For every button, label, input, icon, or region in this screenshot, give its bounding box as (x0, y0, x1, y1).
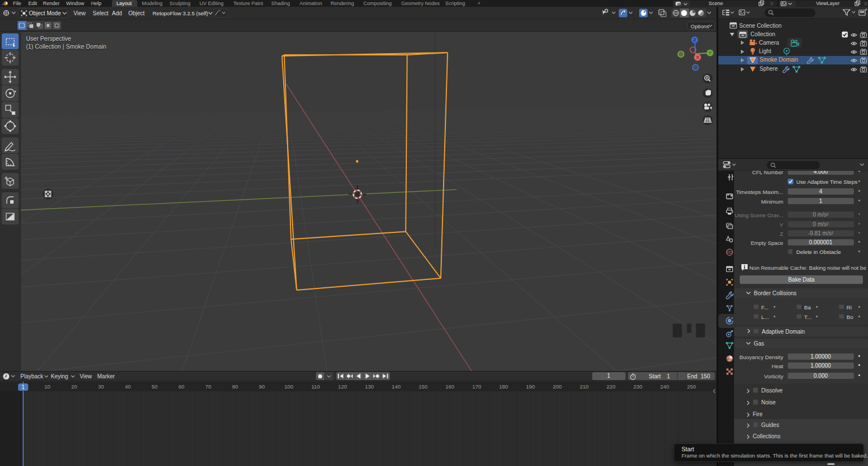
svg-text:Y: Y (709, 50, 712, 55)
svg-text:X: X (696, 55, 700, 60)
svg-text:Z: Z (693, 37, 696, 42)
